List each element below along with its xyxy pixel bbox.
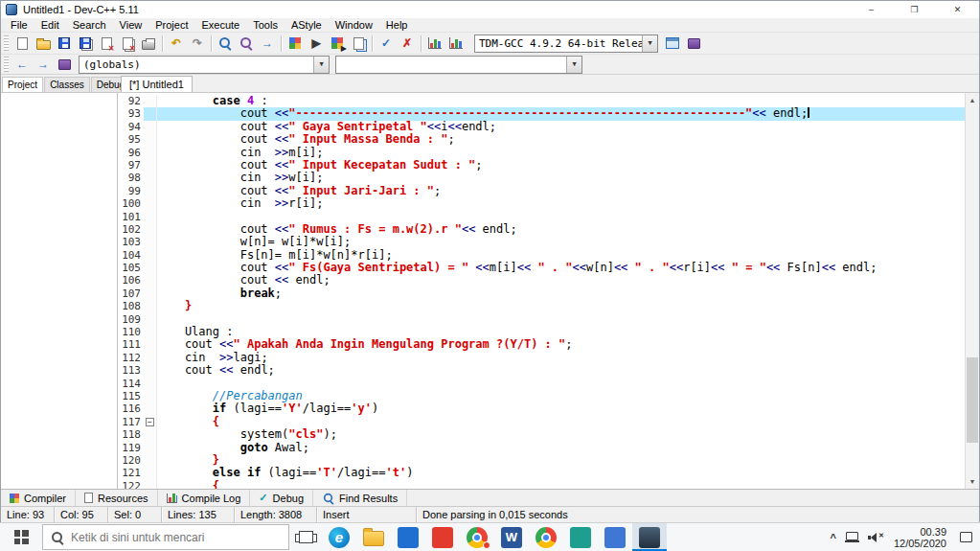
new-source-icon[interactable] <box>11 34 33 53</box>
code-line-94[interactable]: 94 cout <<" Gaya Sentripetal "<<i<<endl; <box>118 121 965 133</box>
toolbar-grip-2[interactable] <box>4 57 9 72</box>
code-line-117[interactable]: 117− { <box>118 416 965 428</box>
line-number[interactable]: 104 <box>118 249 144 262</box>
fold-column[interactable] <box>144 262 157 274</box>
line-number[interactable]: 108 <box>118 300 144 312</box>
menu-item-help[interactable]: Help <box>379 18 415 32</box>
code-line-114[interactable]: 114 <box>118 378 965 390</box>
code-line-118[interactable]: 118 system("cls"); <box>118 428 965 441</box>
menu-item-execute[interactable]: Execute <box>194 18 246 32</box>
code-line-97[interactable]: 97 cout <<" Input Kecepatan Sudut : "; <box>118 159 965 172</box>
code-line-109[interactable]: 109 <box>118 313 965 326</box>
scroll-down-arrow-icon[interactable]: ▼ <box>966 474 979 489</box>
code-line-100[interactable]: 100 cin >>r[i]; <box>118 197 965 210</box>
fold-column[interactable] <box>144 467 157 479</box>
line-number[interactable]: 119 <box>118 442 144 454</box>
code-line-105[interactable]: 105 cout <<" Fs(Gaya Sentripetal) = " <<… <box>118 262 965 274</box>
code-line-96[interactable]: 96 cin >>m[i]; <box>118 147 965 159</box>
code-line-120[interactable]: 120 } <box>118 454 965 467</box>
notification-center-icon[interactable] <box>960 532 972 542</box>
app-icon[interactable] <box>6 4 17 15</box>
line-number[interactable]: 121 <box>118 467 144 479</box>
line-number[interactable]: 93 <box>118 107 144 120</box>
fold-column[interactable] <box>144 313 157 326</box>
line-number[interactable]: 102 <box>118 223 144 236</box>
code-line-93[interactable]: 93 cout <<"-----------------------------… <box>118 107 965 120</box>
project-panel[interactable] <box>1 93 118 489</box>
nav-back-icon[interactable]: ← <box>11 55 33 74</box>
sidebar-tab-classes[interactable]: Classes <box>44 77 90 92</box>
code-line-121[interactable]: 121 else if (lagi=='T'/lagi=='t') <box>118 467 965 479</box>
fold-column[interactable] <box>144 274 157 287</box>
nav-forward-icon[interactable]: → <box>33 55 54 74</box>
tab-compile-log[interactable]: Compile Log <box>158 490 251 506</box>
app-icon-green[interactable] <box>563 523 598 551</box>
globals-combobox[interactable]: (globals) ▼ <box>79 56 330 74</box>
taskbar-clock[interactable]: 00.39 12/05/2020 <box>894 526 946 549</box>
syntax-check-icon[interactable]: ✓ <box>376 34 397 53</box>
undo-icon[interactable]: ↶ <box>166 34 187 53</box>
line-number[interactable]: 113 <box>118 364 144 377</box>
tab-debug[interactable]: ✓Debug <box>250 490 313 506</box>
app-icon-red[interactable] <box>425 523 460 551</box>
code-line-95[interactable]: 95 cout <<" Input Massa Benda : "; <box>118 133 965 146</box>
code-line-122[interactable]: 122 { <box>118 480 965 489</box>
fold-column[interactable] <box>144 95 157 107</box>
code-line-102[interactable]: 102 cout <<" Rumus : Fs = m.w(2).r "<< e… <box>118 223 965 236</box>
fold-column[interactable] <box>144 480 157 489</box>
fold-column[interactable] <box>144 147 157 159</box>
taskbar-search[interactable] <box>42 524 289 550</box>
fold-column[interactable] <box>144 185 157 197</box>
line-number[interactable]: 92 <box>118 95 144 107</box>
file-explorer-icon[interactable] <box>356 523 391 551</box>
volume-muted-icon[interactable]: ✕ <box>868 532 884 543</box>
devcpp-icon[interactable] <box>632 523 667 551</box>
app-icon-blue-1[interactable] <box>391 523 425 551</box>
code-line-111[interactable]: 111 cout <<" Apakah Anda Ingin Mengulang… <box>118 338 965 351</box>
maximize-button[interactable]: ❐ <box>893 1 936 18</box>
edge-icon[interactable]: e <box>322 523 356 551</box>
hidden-icons-chevron-icon[interactable]: ^ <box>831 532 836 543</box>
line-number[interactable]: 101 <box>118 211 144 223</box>
bookmark-icon[interactable] <box>683 34 704 53</box>
line-number[interactable]: 122 <box>118 480 144 489</box>
code-line-101[interactable]: 101 <box>118 211 965 223</box>
fold-column[interactable] <box>144 364 157 377</box>
chevron-down-icon[interactable]: ▼ <box>313 57 329 73</box>
line-number[interactable]: 103 <box>118 236 144 248</box>
code-line-99[interactable]: 99 cout <<" Input Jari-Jari : "; <box>118 185 965 197</box>
chevron-down-icon[interactable]: ▼ <box>642 35 657 52</box>
line-number[interactable]: 106 <box>118 274 144 287</box>
line-number[interactable]: 94 <box>118 121 144 133</box>
fold-column[interactable] <box>144 326 157 338</box>
compile-run-icon[interactable] <box>327 34 348 53</box>
code-line-103[interactable]: 103 w[n]= w[i]*w[i]; <box>118 236 965 248</box>
editor-tab-untitled1[interactable]: [*] Untitled1 <box>121 76 193 92</box>
toolbar-grip[interactable] <box>4 35 9 51</box>
chrome-icon[interactable] <box>460 523 494 551</box>
code-line-104[interactable]: 104 Fs[n]= m[i]*w[n]*r[i]; <box>118 249 965 262</box>
goto-line-icon[interactable]: → <box>257 34 278 53</box>
profile-icon[interactable] <box>424 34 445 53</box>
line-number[interactable]: 98 <box>118 172 144 184</box>
sidebar-tab-project[interactable]: Project <box>2 77 43 92</box>
line-number[interactable]: 96 <box>118 147 144 159</box>
fold-column[interactable] <box>144 338 157 351</box>
line-number[interactable]: 116 <box>118 402 144 415</box>
line-number[interactable]: 115 <box>118 390 144 402</box>
code-line-110[interactable]: 110 Ulang : <box>118 326 965 338</box>
task-view-button[interactable] <box>289 523 322 551</box>
print-icon[interactable] <box>138 34 159 53</box>
fold-column[interactable] <box>144 172 157 184</box>
line-number[interactable]: 114 <box>118 378 144 390</box>
abort-icon[interactable]: ✗ <box>397 34 418 53</box>
fold-column[interactable] <box>144 352 157 364</box>
line-number[interactable]: 109 <box>118 313 144 326</box>
line-number[interactable]: 99 <box>118 185 144 197</box>
menu-item-edit[interactable]: Edit <box>34 18 66 32</box>
menu-item-astyle[interactable]: AStyle <box>285 18 329 32</box>
close-button[interactable]: ✕ <box>936 1 979 18</box>
fold-column[interactable] <box>144 107 157 120</box>
fold-column[interactable] <box>144 159 157 172</box>
fold-column[interactable] <box>144 197 157 210</box>
